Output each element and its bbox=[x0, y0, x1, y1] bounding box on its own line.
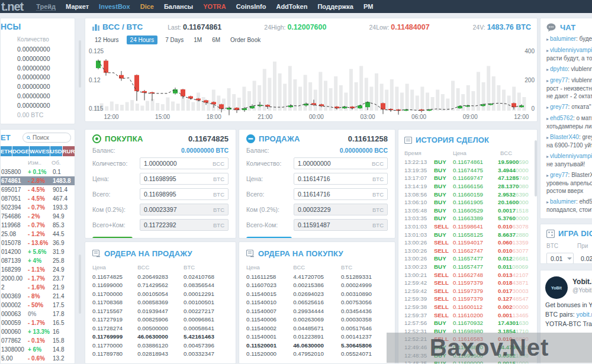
market-row[interactable]: 2- 1.6%21.9 bbox=[1, 283, 75, 292]
trade-time: 13:00:23 bbox=[404, 263, 434, 270]
buy-order-row[interactable]: 0.1152000146.06300005.30645806 bbox=[246, 341, 389, 350]
market-tab-eth[interactable]: ETH bbox=[1, 146, 12, 156]
sell-order-row[interactable]: 0.117282740.005000000.00058641 bbox=[92, 324, 230, 333]
market-row[interactable]: 168299- 1.1%24.9 bbox=[1, 265, 75, 274]
scrollbar-thumb[interactable] bbox=[79, 255, 81, 314]
chart-tab-24-hours[interactable]: 24 Hours bbox=[127, 36, 158, 44]
buy-order-row[interactable]: 0.115200000.479520100.05524071 bbox=[246, 350, 389, 359]
market-tab-waves[interactable]: WAVES bbox=[30, 146, 50, 156]
twitter-name[interactable]: Yobit.Net bbox=[572, 278, 592, 286]
sell-balance-value[interactable]: 0.00000000 BCC bbox=[340, 147, 388, 154]
buy-order-row[interactable]: 0.115400150.026940230.00310890 bbox=[246, 289, 389, 298]
market-row[interactable]: 000369- 8%21.4 bbox=[1, 292, 75, 301]
market-row[interactable]: 087139+ 4%25.8 bbox=[1, 256, 75, 265]
sell-order-row[interactable]: 0.117083680.008583690.00100501 bbox=[92, 298, 230, 307]
sell-order-row[interactable]: 0.117155670.019394470.00227217 bbox=[92, 307, 230, 315]
buy-order-row[interactable]: 0.116070230.002153860.00024999 bbox=[246, 281, 389, 290]
market-search[interactable] bbox=[22, 133, 71, 143]
market-row[interactable]: 015078- 13.6%36.9 bbox=[1, 239, 75, 247]
nav-item-трейд[interactable]: Трейд bbox=[36, 3, 56, 11]
dice-bet-select[interactable]: 0.01 bbox=[546, 253, 574, 264]
field-input[interactable]: 1.00000000BCC bbox=[294, 157, 388, 169]
market-row[interactable]: 0000630%17.8 bbox=[1, 310, 75, 318]
candlestick-chart[interactable]: 0.1250.120.115400200012:0015:0018:0021:0… bbox=[86, 44, 536, 122]
field-input[interactable]: 1.00000000BCC bbox=[140, 157, 229, 169]
buy-order-row[interactable]: 0.115400010.012238910.00141237 bbox=[246, 333, 389, 342]
market-tab-usd[interactable]: USD bbox=[50, 146, 62, 156]
buy-button[interactable]: Купить bbox=[92, 237, 133, 239]
nav-item-маркет[interactable]: Маркет bbox=[66, 3, 89, 11]
sell-button[interactable]: Продать bbox=[246, 237, 292, 239]
chart-tab-order-book[interactable]: Order Book bbox=[228, 36, 263, 44]
market-row[interactable]: 2000.00- 1.7%23.7 bbox=[1, 274, 75, 283]
market-row[interactable]: 754686- 2%94.9 bbox=[1, 212, 75, 221]
sell-order-row[interactable]: 0.117897800.028189430.00332347 bbox=[92, 350, 230, 359]
scrollbar-thumb[interactable] bbox=[535, 140, 537, 197]
field-input[interactable]: 0.11698995BTC bbox=[140, 173, 229, 185]
market-row[interactable]: 119968- 0.7%85.3 bbox=[1, 221, 75, 230]
buy-order-row[interactable]: 0.115400100.065256160.00753056 bbox=[246, 298, 389, 307]
nav-item-pm[interactable]: PM bbox=[363, 3, 374, 11]
field-input[interactable]: 0.11698995BTC bbox=[140, 188, 229, 200]
twitter-handle[interactable]: @YobitExc bbox=[572, 287, 592, 294]
market-row[interactable]: 695017- 4.5%901.4 bbox=[1, 185, 75, 194]
sell-order-row[interactable]: 0.117700000.038861200.00457396 bbox=[92, 341, 230, 350]
nav-item-dice[interactable]: Dice bbox=[140, 3, 154, 11]
chat-username[interactable]: grey77 bbox=[550, 172, 568, 178]
market-row[interactable]: 077862- 0.1%15.8 bbox=[1, 336, 75, 345]
chat-username[interactable]: grey77 bbox=[550, 77, 568, 83]
nav-item-investbox[interactable]: InvestBox bbox=[99, 3, 130, 11]
market-row[interactable]: 502394- 0.7%193.3 bbox=[1, 203, 75, 212]
field-input[interactable]: 0.11614716BTC bbox=[294, 173, 388, 185]
market-row[interactable]: 000060+ 13.3%16 bbox=[1, 327, 75, 336]
field-input[interactable]: 0.11614716BTC bbox=[294, 188, 388, 200]
market-change: - 50% bbox=[28, 302, 53, 308]
buy-order-row[interactable]: 0.116112584.417207050.51289331 bbox=[246, 272, 389, 281]
market-tab-rur[interactable]: RUR bbox=[63, 146, 75, 156]
chat-username[interactable]: vlublenniyvampir bbox=[550, 47, 592, 53]
sell-order-row[interactable]: 0.117279190.008259060.00096861 bbox=[92, 315, 230, 324]
market-tab-doge[interactable]: DOGE bbox=[12, 146, 29, 156]
market-row[interactable]: 674861- 2.8%1483.8 bbox=[1, 176, 75, 185]
chat-username[interactable]: BlasterX40 bbox=[550, 134, 579, 140]
chat-username[interactable]: baluminer bbox=[550, 36, 576, 42]
buy-order-row[interactable]: 0.115400060.002630690.00030358 bbox=[246, 315, 389, 324]
chat-input[interactable] bbox=[546, 218, 592, 219]
nav-item-coinsinfo[interactable]: CoinsInfo bbox=[236, 3, 266, 11]
chat-username[interactable]: ehd5762 bbox=[550, 115, 573, 121]
market-row[interactable]: 000002- 50%17.5 bbox=[1, 301, 75, 310]
avatar[interactable]: YoBit bbox=[545, 276, 568, 299]
order-cell: 0.00024999 bbox=[341, 282, 389, 288]
tweet-link[interactable]: yobit.n bbox=[577, 311, 592, 318]
market-row[interactable]: 25.08- 1.2%44.5 bbox=[1, 230, 75, 239]
buy-balance-value[interactable]: 0.00000000 BTC bbox=[181, 147, 229, 154]
nav-item-поддержка[interactable]: Поддержка bbox=[317, 3, 353, 11]
chart-tab-1m[interactable]: 1M bbox=[191, 36, 204, 44]
buy-order-row[interactable]: 0.115400020.044856710.00517646 bbox=[246, 324, 389, 333]
market-row[interactable]: 1308000+ 6%14.8 bbox=[1, 345, 75, 354]
buy-order-row[interactable]: 0.115400070.299344440.03454436 bbox=[246, 307, 389, 315]
market-row[interactable]: 035800+ 0.1%0.1 bbox=[1, 167, 75, 176]
pair-label[interactable]: BCC / BTC bbox=[102, 22, 143, 31]
nav-item-балансы[interactable]: Балансы bbox=[164, 3, 193, 11]
search-input[interactable] bbox=[33, 134, 67, 141]
chart-tab-7-days[interactable]: 7 Days bbox=[163, 36, 186, 44]
sell-order-row[interactable]: 0.117000000.001050540.00012291 bbox=[92, 289, 230, 298]
nav-item-addtoken[interactable]: AddToken bbox=[276, 3, 307, 11]
chart-tab-12-hours[interactable]: 12 Hours bbox=[92, 36, 121, 44]
market-row[interactable]: 5.00- 0.6%13.2 bbox=[1, 354, 75, 363]
nav-item-yotra[interactable]: YOTRA bbox=[203, 3, 226, 11]
market-row[interactable]: 000059- 1.7%16.5 bbox=[1, 318, 75, 327]
sell-order-row[interactable]: 0.116990000.714295620.08356544 bbox=[92, 281, 230, 290]
market-row[interactable]: 014200+ 5.6%31.9 bbox=[1, 247, 75, 256]
sell-order-row[interactable]: 0.1176999946.06300005.42161463 bbox=[92, 333, 230, 342]
chat-username[interactable]: baluminer bbox=[550, 198, 576, 205]
scrollbar-thumb[interactable] bbox=[79, 40, 81, 88]
market-row[interactable]: 087051- 4.5%467.4 bbox=[1, 194, 75, 203]
chat-username[interactable]: dpyhto bbox=[550, 66, 568, 72]
chat-username[interactable]: grey77 bbox=[550, 104, 568, 110]
chat-username[interactable]: vlublenniyvampi bbox=[550, 153, 592, 159]
chart-tab-6m[interactable]: 6M bbox=[210, 36, 223, 44]
site-logo[interactable]: t.net bbox=[1, 1, 23, 12]
sell-order-row[interactable]: 0.116748250.206492830.02410768 bbox=[92, 272, 230, 281]
